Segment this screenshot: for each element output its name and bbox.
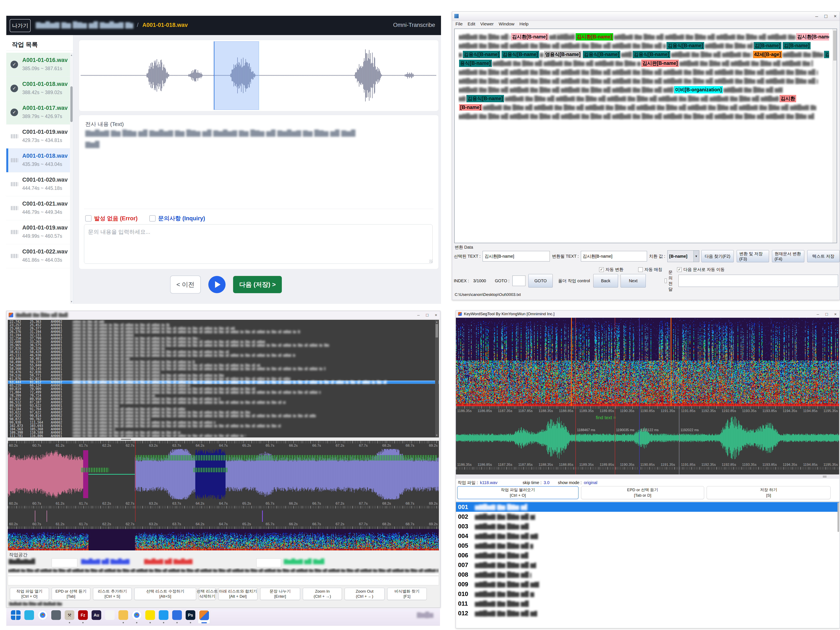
scroll-down-icon[interactable]: ▼ [435, 434, 439, 437]
paint-tool-icon[interactable] [131, 610, 143, 624]
utility-tool-icon[interactable]: ⚒ [63, 610, 76, 624]
panel-button-0[interactable]: 다음 찾기(F2) [701, 250, 734, 262]
segment-row[interactable]: 97,62299,814AH0002▆▇█▆▇ ▇▆ █▇▆ ▆█ ▆▇█▆▇ … [8, 414, 439, 417]
menu-item-file[interactable]: File [453, 21, 465, 27]
segment-row[interactable]: 91,18491,764AH0002▆▇█▆▇ ▇▆ █▇▆ ▆█ ▆▇█▆▇ … [8, 407, 439, 411]
splitter-handle[interactable] [121, 439, 131, 440]
tool-button-2[interactable]: 저장 하기[S] [707, 486, 831, 499]
chrome-browser-icon[interactable] [36, 610, 49, 624]
segment-row[interactable]: 45,11146,936AH0001▆▇█▆▇ ▇▆ █▇▆ ▆█ ▆▇█▆▇ … [8, 354, 439, 357]
segment-row[interactable]: 78,39979,724AH0001▆▇█▆▇ ▇▆ █▇▆ ▆█ ▆▇█▆▇ … [8, 394, 439, 397]
tool-button-1[interactable]: EPD or 선택 듣기[Tab or D] [581, 486, 704, 499]
segment-row[interactable]: 32,25037,799AH0002▆▇█▆▇ ▇▆ █▇▆ ▆█ ▆▇█▆▇ … [8, 337, 439, 340]
menu-item-viewer[interactable]: Viewer [478, 21, 496, 27]
tool-button-5[interactable]: 아래 리스트와 합치기[Alt + Del] [218, 588, 257, 600]
checkbox[interactable]: ✓ [599, 267, 604, 272]
waveform-pane[interactable]: 1186.35s1186.85s1187.35s1187.85s1188.35s… [456, 406, 839, 474]
sidebar-item[interactable]: ✓A001-01-016.wav385.09s ~ 387.61s [6, 53, 70, 77]
sidebar-item[interactable]: A001-01-018.wav435.39s ~ 443.04s [6, 148, 70, 172]
menu-item-help[interactable]: Help [518, 21, 531, 27]
segment-row[interactable]: 49,64650,401AH0001▆▇█▆▇ ▇▆ █▇▆ ▆█ ▆▇█▆▇ … [8, 357, 439, 360]
close-button[interactable]: × [834, 312, 837, 317]
workspace-input[interactable] [256, 558, 281, 567]
keyword-row[interactable]: 006▆▇█▆▇ ▇▆ █▇▆ ▆█ ▆▇█▆▇ ▇▆ █▇▆ ▆█ ▆▇█▆▇… [456, 550, 839, 560]
list-scrollbar[interactable]: ▲ ▼ [435, 320, 439, 437]
tool-button-9[interactable]: 비식별화 찾기[F1] [387, 588, 427, 600]
back-button[interactable]: Back [593, 274, 618, 287]
segment-row[interactable]: 102,873103,693AH0001▆▇█▆▇ ▇▆ █▇▆ ▆█ ▆▇█▆… [8, 424, 439, 428]
previous-button[interactable]: < 이전 [170, 276, 201, 294]
exit-button[interactable]: 나가기 [9, 19, 31, 32]
workspace-edit-box[interactable] [8, 576, 439, 585]
checkbox[interactable]: ✓ [677, 267, 682, 272]
checkbox[interactable] [638, 267, 643, 272]
scrollbar-thumb[interactable] [436, 324, 438, 338]
kakaotalk-icon[interactable] [144, 610, 156, 624]
waveform-selection[interactable] [214, 41, 259, 110]
substitute-value-select[interactable]: [B-name]▼ [667, 250, 699, 262]
workspace-input[interactable] [52, 558, 77, 567]
segment-row[interactable]: 65,21966,124AH0001▆▇█▆▇ ▇▆ █▇▆ ▆█ ▆▇█▆▇ … [8, 384, 439, 387]
title-bar[interactable]: ▇▆█▆▇ ▇▆ █▇▆ ▆█ ▇▆█ –□× [6, 311, 440, 319]
minimize-button[interactable]: – [817, 312, 819, 317]
menu-item-window[interactable]: Window [497, 21, 516, 27]
blue-app-icon[interactable] [171, 610, 183, 624]
sidebar-item[interactable]: C001-01-020.wav444.74s ~ 445.18s [6, 172, 70, 196]
file-explorer-icon[interactable] [117, 610, 129, 624]
segment-row[interactable]: 25,68226,377AH0001▆▇█▆▇ ▇▆ █▇▆ ▆█ ▆▇█▆▇ … [8, 327, 439, 330]
segment-row[interactable]: 61,87662,021AH0002▆▇█▆▇ ▇▆ █▇▆ ▆█ ▆▇█▆▇ … [8, 377, 439, 381]
segment-row[interactable]: 31,19432,231AH0001▆▇█▆▇ ▇▆ █▇▆ ▆█ ▆▇█▆▇ … [8, 333, 439, 337]
segment-row[interactable]: 86,51287,107AH0002▆▇█▆▇ ▇▆ █▇▆ ▆█ ▆▇█▆▇ … [8, 401, 439, 404]
document-text-pane[interactable]: ▆▇█▆▇ ▇▆ █▇▆ ▆█ ▆▇█▆▇ ▇▆ █▇▆ ▆█ ▆▇█▆▇ ▇▆… [454, 28, 837, 243]
sidebar-item[interactable]: A001-01-019.wav449.99s ~ 460.57s [6, 220, 70, 244]
keyword-row[interactable]: 003▆▇█▆▇ ▇▆ █▇▆ ▆█ ▆▇█▆▇ ▇▆ █▇▆ ▆█ ▆▇█▆▇… [456, 521, 839, 531]
goto-input[interactable] [512, 276, 526, 286]
minimize-button[interactable]: – [815, 13, 818, 19]
segment-row[interactable]: 22,74225,363AH0002▆▇█▆▇ ▇▆ █▇▆ ▆█ ▆▇█▆▇ … [8, 320, 439, 324]
segment-row[interactable]: 104,563105,368AH0001▆▇█▆▇ ▇▆ █▇▆ ▆█ ▆▇█▆… [8, 428, 439, 431]
panel-button-1[interactable]: 변환 및 저장(F3) [737, 250, 769, 262]
segment-row[interactable]: 37,82638,326AH0001▆▇█▆▇ ▇▆ █▇▆ ▆█ ▆▇█▆▇ … [8, 347, 439, 350]
scroll-up-icon[interactable]: ▲ [435, 320, 439, 324]
segment-row[interactable]: 38,61150,428AH0002▆▇█▆▇ ▇▆ █▇▆ ▆█ ▆▇█▆▇ … [8, 350, 439, 354]
tool-button-0[interactable]: 작업 파일 열기[Ctrl + O] [10, 588, 49, 600]
tool-button-1[interactable]: EPD or 선택 듣기[Tab] [52, 588, 90, 600]
next-save-button[interactable]: 다음 (저장) > [233, 276, 282, 293]
scrollbar-thumb[interactable] [833, 31, 837, 60]
segment-list[interactable]: 22,74225,363AH0002▆▇█▆▇ ▇▆ █▇▆ ▆█ ▆▇█▆▇ … [8, 320, 439, 437]
maximize-button[interactable]: □ [824, 13, 827, 19]
sidebar-item[interactable]: ✓A001-01-017.wav389.79s ~ 426.97s [6, 101, 70, 125]
photoshop-icon[interactable]: Ps [185, 610, 197, 624]
keyword-row[interactable]: 012▆▇█▆▇ ▇▆ █▇▆ ▆█ ▆▇█▆▇ ▇▆ █▇▆ ▆█ ▆▇█▆▇… [456, 608, 839, 618]
segment-row[interactable]: 54,50055,040AH0001▆▇█▆▇ ▇▆ █▇▆ ▆█ ▆▇█▆▇ … [8, 364, 439, 367]
replace-text-input[interactable] [581, 251, 647, 261]
sidebar-scrollbar[interactable]: ▲ ▼ [70, 53, 73, 304]
goto-button[interactable]: GOTO [528, 274, 553, 287]
spectrogram-display[interactable] [456, 318, 839, 406]
scrollbar-handle[interactable] [823, 476, 827, 478]
segment-row[interactable]: 71,80472,499AH0001▆▇█▆▇ ▇▆ █▇▆ ▆█ ▆▇█▆▇ … [8, 391, 439, 394]
next-button[interactable]: Next [621, 274, 646, 287]
segment-row[interactable]: 35,96536,575AH0001▆▇█▆▇ ▇▆ █▇▆ ▆█ ▆▇█▆▇ … [8, 344, 439, 347]
vscode-icon[interactable] [158, 610, 170, 624]
sidebar-item[interactable]: ✓C001-01-018.wav388.42s ~ 389.02s [6, 77, 70, 101]
segment-row[interactable]: 59,51659,771AH0002▆▇█▆▇ ▇▆ █▇▆ ▆█ ▆▇█▆▇ … [8, 374, 439, 377]
close-button[interactable]: × [435, 313, 437, 317]
active-seg-app-icon[interactable] [198, 610, 210, 624]
calculator-icon[interactable] [50, 610, 62, 624]
edge-browser-icon[interactable] [23, 610, 35, 624]
selected-text-input[interactable] [483, 251, 550, 261]
segment-row[interactable]: 81,01289,958AH0001▆▇█▆▇ ▇▆ █▇▆ ▆█ ▆▇█▆▇ … [8, 397, 439, 401]
segment-row[interactable]: 26,37631,194AH0002▆▇█▆▇ ▇▆ █▇▆ ▆█ ▆▇█▆▇ … [8, 330, 439, 333]
sidebar-item[interactable]: C001-01-022.wav461.86s ~ 464.03s [6, 244, 70, 268]
maximize-button[interactable]: □ [825, 312, 828, 317]
horizontal-scrollbar[interactable] [456, 474, 839, 479]
tool-button-4[interactable]: 선택 리스트삭제하기 [199, 588, 216, 600]
tool-button-3[interactable]: 선택 리스트 수정하기[Alt+S] [134, 588, 196, 600]
panel-button-3[interactable]: 텍스트 저장 [807, 250, 840, 262]
title-bar[interactable]: –□× [452, 12, 840, 21]
keyword-row[interactable]: 004▆▇█▆▇ ▇▆ █▇▆ ▆█ ▆▇█▆▇ ▇▆ █▇▆ ▆█ ▆▇█▆▇… [456, 531, 839, 541]
resize-grip-icon[interactable] [429, 260, 433, 263]
text-scrollbar[interactable] [833, 29, 837, 243]
adobe-audition-icon[interactable]: Au [90, 610, 103, 624]
